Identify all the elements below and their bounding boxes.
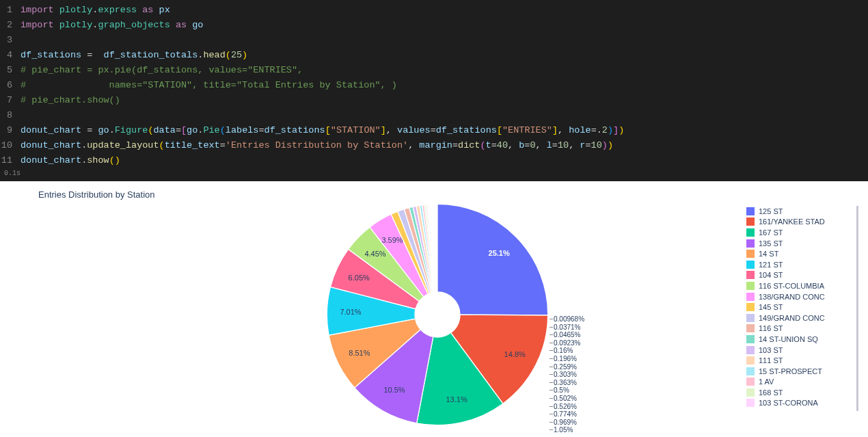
legend-label: 14 ST [759, 250, 778, 258]
legend-label: 121 ST [759, 261, 783, 269]
legend-label: 145 ST [759, 303, 783, 311]
legend-swatch [746, 367, 755, 375]
line-number: 3 [0, 33, 21, 48]
slice-percent-label: 0.00968% [554, 315, 584, 323]
legend-label: 125 ST [759, 207, 783, 215]
code-editor[interactable]: 1import plotly.express as px2import plot… [0, 0, 868, 181]
slice-percent-label: 7.01% [340, 308, 361, 316]
legend-swatch [746, 399, 755, 407]
legend-label: 149/GRAND CONC [759, 314, 825, 322]
legend-item[interactable]: 168 ST [746, 387, 854, 398]
slice-percent-label: 0.303% [554, 371, 577, 378]
slice-percent-label: 0.526% [554, 403, 577, 410]
code-line[interactable]: 10donut_chart.update_layout(title_text='… [0, 138, 868, 153]
code-content[interactable]: import plotly.express as px [21, 3, 868, 18]
code-content[interactable]: donut_chart.show() [21, 153, 868, 168]
legend-swatch [746, 271, 755, 279]
code-line[interactable]: 9donut_chart = go.Figure(data=[go.Pie(la… [0, 123, 868, 138]
legend-label: 103 ST-CORONA [759, 399, 818, 407]
line-number: 6 [0, 78, 21, 93]
pie-slice[interactable] [437, 204, 548, 315]
slice-percent-label: 0.5% [554, 386, 569, 394]
line-number: 8 [0, 108, 21, 123]
line-number: 2 [0, 18, 21, 33]
legend-swatch [746, 239, 755, 248]
legend-swatch [746, 324, 755, 332]
legend-swatch [746, 217, 755, 226]
legend-label: 103 ST [759, 346, 783, 354]
legend-item[interactable]: 103 ST-CORONA [746, 398, 854, 409]
legend-label: 138/GRAND CONC [759, 293, 825, 301]
legend-item[interactable]: 125 ST [746, 206, 854, 217]
code-content[interactable]: # pie_chart = px.pie(df_stations, values… [21, 63, 868, 78]
legend-swatch [746, 356, 755, 365]
slice-percent-label: 1.05% [554, 426, 573, 434]
legend-item[interactable]: 15 ST-PROSPECT [746, 366, 854, 377]
slice-percent-label: 0.363% [554, 379, 577, 386]
slice-percent-label: 10.5% [383, 386, 405, 394]
slice-percent-label: 4.45% [364, 250, 385, 258]
code-line[interactable]: 8 [0, 108, 868, 123]
legend-item[interactable]: 116 ST [746, 323, 854, 334]
legend-item[interactable]: 161/YANKEE STAD [746, 217, 854, 228]
legend-swatch [746, 207, 755, 215]
legend-item[interactable]: 149/GRAND CONC [746, 313, 854, 323]
code-content[interactable]: import plotly.graph_objects as go [21, 18, 868, 33]
legend-label: 116 ST-COLUMBIA [759, 282, 824, 290]
code-line[interactable]: 5# pie_chart = px.pie(df_stations, value… [0, 63, 868, 78]
legend-swatch [746, 314, 755, 322]
code-line[interactable]: 3 [0, 33, 868, 48]
slice-percent-label: 0.16% [554, 347, 573, 354]
legend-swatch [746, 250, 755, 258]
slice-percent-label: 6.05% [349, 274, 370, 282]
legend-swatch [746, 228, 755, 237]
legend-swatch [746, 261, 755, 269]
line-number: 10 [0, 138, 21, 153]
slice-percent-label: 0.259% [554, 363, 577, 371]
slice-percent-label: 0.0371% [554, 323, 580, 331]
line-number: 1 [0, 3, 21, 18]
legend-swatch [746, 303, 755, 311]
legend-item[interactable]: 121 ST [746, 259, 854, 270]
legend-item[interactable]: 116 ST-COLUMBIA [746, 280, 854, 291]
code-content[interactable]: # pie_chart.show() [21, 93, 868, 108]
line-number: 4 [0, 48, 21, 63]
legend-swatch [746, 293, 755, 301]
slice-percent-label: 13.1% [446, 395, 467, 403]
slice-percent-label: 25.1% [489, 249, 510, 257]
code-content[interactable]: # names="STATION", title="Total Entries … [21, 78, 868, 93]
chart-title: Entries Distribution by Station [38, 189, 155, 200]
legend-label: 111 ST [759, 356, 783, 365]
code-content[interactable]: donut_chart.update_layout(title_text='En… [21, 138, 868, 153]
code-line[interactable]: 2import plotly.graph_objects as go [0, 18, 868, 33]
code-line[interactable]: 4df_stations = df_station_totals.head(25… [0, 48, 868, 63]
execution-time: 0.1s [0, 168, 868, 178]
code-line[interactable]: 1import plotly.express as px [0, 3, 868, 18]
legend-item[interactable]: 138/GRAND CONC [746, 291, 854, 302]
legend-swatch [746, 335, 755, 343]
code-line[interactable]: 11donut_chart.show() [0, 153, 868, 168]
code-content[interactable]: df_stations = df_station_totals.head(25) [21, 48, 868, 63]
code-line[interactable]: 7# pie_chart.show() [0, 93, 868, 108]
legend-label: 104 ST [759, 271, 783, 279]
donut-chart[interactable]: 25.1%14.8%13.1%10.5%8.51%7.01%6.05%4.45%… [325, 202, 550, 427]
legend-item[interactable]: 103 ST [746, 345, 854, 356]
legend-swatch [746, 282, 755, 290]
code-line[interactable]: 6# names="STATION", title="Total Entries… [0, 78, 868, 93]
legend-item[interactable]: 14 ST [746, 248, 854, 259]
legend[interactable]: 125 ST161/YANKEE STAD167 ST135 ST14 ST12… [746, 206, 858, 411]
legend-label: 168 ST [759, 388, 783, 397]
legend-item[interactable]: 104 ST [746, 270, 854, 281]
legend-item[interactable]: 167 ST [746, 227, 854, 238]
legend-item[interactable]: 14 ST-UNION SQ [746, 334, 854, 345]
legend-item[interactable]: 1 AV [746, 377, 854, 388]
code-content[interactable]: donut_chart = go.Figure(data=[go.Pie(lab… [21, 123, 868, 138]
legend-item[interactable]: 145 ST [746, 302, 854, 313]
legend-swatch [746, 388, 755, 397]
legend-item[interactable]: 135 ST [746, 238, 854, 249]
legend-item[interactable]: 111 ST [746, 355, 854, 366]
line-number: 9 [0, 123, 21, 138]
slice-percent-label: 8.51% [349, 349, 370, 357]
legend-swatch [746, 346, 755, 354]
slice-percent-label: 3.59% [381, 236, 403, 244]
